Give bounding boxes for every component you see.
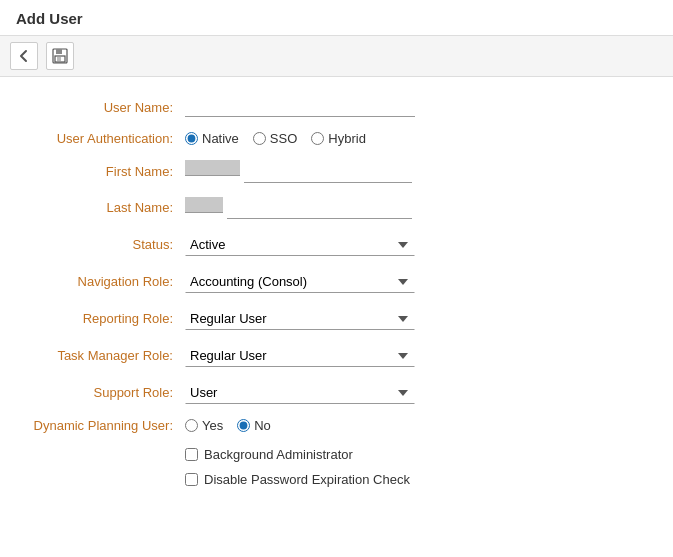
status-field: Active Inactive bbox=[185, 233, 643, 256]
disable-pwd-option[interactable]: Disable Password Expiration Check bbox=[185, 472, 643, 487]
checkboxes-group: Background Administrator Disable Passwor… bbox=[185, 447, 643, 487]
user-name-input[interactable] bbox=[185, 97, 415, 117]
reporting-role-select[interactable]: Regular User Administrator Power User bbox=[185, 307, 415, 330]
disable-pwd-checkbox[interactable] bbox=[185, 473, 198, 486]
svg-rect-3 bbox=[57, 57, 61, 61]
status-label: Status: bbox=[30, 237, 185, 252]
dp-yes-radio[interactable] bbox=[185, 419, 198, 432]
task-manager-role-row: Task Manager Role: Regular User Administ… bbox=[30, 344, 643, 367]
user-name-label: User Name: bbox=[30, 100, 185, 115]
support-role-select[interactable]: User Administrator bbox=[185, 381, 415, 404]
auth-sso-radio[interactable] bbox=[253, 132, 266, 145]
dp-no-radio[interactable] bbox=[237, 419, 250, 432]
auth-native-radio[interactable] bbox=[185, 132, 198, 145]
auth-hybrid-label: Hybrid bbox=[328, 131, 366, 146]
support-role-field: User Administrator bbox=[185, 381, 643, 404]
user-auth-field: Native SSO Hybrid bbox=[185, 131, 643, 146]
dynamic-planning-radio-group: Yes No bbox=[185, 418, 643, 433]
user-name-field bbox=[185, 97, 643, 117]
task-manager-role-field: Regular User Administrator bbox=[185, 344, 643, 367]
bg-admin-label: Background Administrator bbox=[204, 447, 353, 462]
back-button[interactable] bbox=[10, 42, 38, 70]
save-icon bbox=[52, 48, 68, 64]
auth-native-label: Native bbox=[202, 131, 239, 146]
auth-sso-option[interactable]: SSO bbox=[253, 131, 297, 146]
dp-yes-label: Yes bbox=[202, 418, 223, 433]
user-auth-label: User Authentication: bbox=[30, 131, 185, 146]
title-bar: Add User bbox=[0, 0, 673, 36]
reporting-role-label: Reporting Role: bbox=[30, 311, 185, 326]
last-name-input[interactable] bbox=[227, 199, 412, 219]
back-icon bbox=[17, 49, 31, 63]
first-name-placeholder bbox=[185, 160, 240, 176]
dynamic-planning-field: Yes No bbox=[185, 418, 643, 433]
first-name-row: First Name: bbox=[30, 160, 643, 183]
user-name-row: User Name: bbox=[30, 97, 643, 117]
auth-hybrid-option[interactable]: Hybrid bbox=[311, 131, 366, 146]
nav-role-row: Navigation Role: Accounting (Consol) Adm… bbox=[30, 270, 643, 293]
save-button[interactable] bbox=[46, 42, 74, 70]
task-manager-role-label: Task Manager Role: bbox=[30, 348, 185, 363]
dp-yes-option[interactable]: Yes bbox=[185, 418, 223, 433]
task-manager-role-select[interactable]: Regular User Administrator bbox=[185, 344, 415, 367]
reporting-role-row: Reporting Role: Regular User Administrat… bbox=[30, 307, 643, 330]
auth-native-option[interactable]: Native bbox=[185, 131, 239, 146]
dynamic-planning-row: Dynamic Planning User: Yes No bbox=[30, 418, 643, 433]
bg-admin-checkbox[interactable] bbox=[185, 448, 198, 461]
support-role-label: Support Role: bbox=[30, 385, 185, 400]
svg-rect-1 bbox=[56, 49, 62, 54]
nav-role-select[interactable]: Accounting (Consol) Administrator Regula… bbox=[185, 270, 415, 293]
nav-role-field: Accounting (Consol) Administrator Regula… bbox=[185, 270, 643, 293]
last-name-row: Last Name: bbox=[30, 197, 643, 220]
last-name-placeholder bbox=[185, 197, 223, 213]
bg-admin-option[interactable]: Background Administrator bbox=[185, 447, 643, 462]
last-name-label: Last Name: bbox=[30, 200, 185, 215]
nav-role-label: Navigation Role: bbox=[30, 274, 185, 289]
dp-no-option[interactable]: No bbox=[237, 418, 271, 433]
first-name-label: First Name: bbox=[30, 164, 185, 179]
form-container: User Name: User Authentication: Native S… bbox=[0, 77, 673, 507]
page-title: Add User bbox=[16, 10, 657, 27]
auth-hybrid-radio[interactable] bbox=[311, 132, 324, 145]
auth-radio-group: Native SSO Hybrid bbox=[185, 131, 643, 146]
last-name-field bbox=[185, 197, 643, 220]
support-role-row: Support Role: User Administrator bbox=[30, 381, 643, 404]
first-name-field bbox=[185, 160, 643, 183]
first-name-input[interactable] bbox=[244, 163, 412, 183]
toolbar bbox=[0, 36, 673, 77]
status-row: Status: Active Inactive bbox=[30, 233, 643, 256]
dp-no-label: No bbox=[254, 418, 271, 433]
auth-sso-label: SSO bbox=[270, 131, 297, 146]
disable-pwd-label: Disable Password Expiration Check bbox=[204, 472, 410, 487]
status-select[interactable]: Active Inactive bbox=[185, 233, 415, 256]
user-auth-row: User Authentication: Native SSO Hybrid bbox=[30, 131, 643, 146]
reporting-role-field: Regular User Administrator Power User bbox=[185, 307, 643, 330]
dynamic-planning-label: Dynamic Planning User: bbox=[30, 418, 185, 433]
